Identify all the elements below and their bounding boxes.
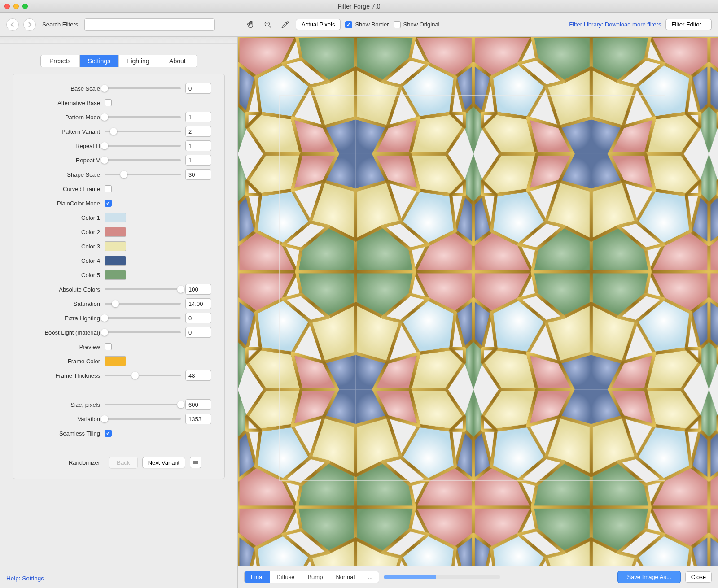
label: Base Scale xyxy=(20,85,105,92)
tab-about[interactable]: About xyxy=(158,55,197,67)
show-border-label: Show Border xyxy=(355,21,389,28)
show-original-label: Show Original xyxy=(403,21,440,28)
saturation-value[interactable]: 14.00 xyxy=(185,298,211,309)
nav-back-button[interactable] xyxy=(6,18,19,31)
absolute-colors-slider[interactable] xyxy=(105,288,181,290)
param-randomizer: Randomizer Back Next Variant xyxy=(20,455,217,470)
close-button[interactable]: Close xyxy=(685,571,712,583)
repeat-v-slider[interactable] xyxy=(105,159,181,161)
color-3-swatch[interactable] xyxy=(105,241,126,251)
tab-presets[interactable]: Presets xyxy=(41,55,80,67)
alternative-base-checkbox[interactable] xyxy=(105,99,112,106)
size-pixels-slider[interactable] xyxy=(105,404,181,405)
show-border-checkbox[interactable]: Show Border xyxy=(345,21,389,28)
pattern-mode-slider[interactable] xyxy=(105,116,181,118)
chevron-left-icon xyxy=(10,22,15,27)
filter-library-link[interactable]: Filter Library: Download more filters xyxy=(569,21,661,28)
label: Saturation xyxy=(20,301,105,307)
help-link[interactable]: Help: Settings xyxy=(6,575,44,582)
svg-line-1 xyxy=(269,26,271,27)
color-5-swatch[interactable] xyxy=(105,270,126,280)
saturation-slider[interactable] xyxy=(105,303,181,305)
repeat-h-slider[interactable] xyxy=(105,145,181,147)
pan-tool-button[interactable] xyxy=(245,18,257,31)
color-2-swatch[interactable] xyxy=(105,227,126,237)
search-label: Search Filters: xyxy=(42,21,80,28)
label: Frame Color xyxy=(20,358,105,365)
frame-color-swatch[interactable] xyxy=(105,356,126,366)
actual-pixels-button[interactable]: Actual Pixels xyxy=(296,19,341,30)
eyedropper-tool-button[interactable] xyxy=(279,18,291,31)
checkbox-icon xyxy=(394,21,401,28)
variation-value[interactable]: 1353 xyxy=(185,414,211,424)
pattern-variant-value[interactable]: 2 xyxy=(185,126,211,137)
base-scale-slider[interactable] xyxy=(105,87,181,89)
tab-lighting[interactable]: Lighting xyxy=(119,55,158,67)
param-boost-light: Boost Light (material) 0 xyxy=(20,325,217,340)
boost-light-slider[interactable] xyxy=(105,331,181,333)
eyedropper-icon xyxy=(280,20,289,29)
toolbar-right: Actual Pixels Show Border Show Original … xyxy=(238,13,718,36)
tab-bar: Presets Settings Lighting About xyxy=(40,55,197,67)
boost-light-value[interactable]: 0 xyxy=(185,327,211,338)
shape-scale-value[interactable]: 30 xyxy=(185,169,211,180)
color-4-swatch[interactable] xyxy=(105,256,126,266)
absolute-colors-value[interactable]: 100 xyxy=(185,284,211,295)
search-input[interactable] xyxy=(84,18,215,31)
filter-editor-button[interactable]: Filter Editor... xyxy=(665,19,712,30)
repeat-v-value[interactable]: 1 xyxy=(185,155,211,166)
color-1-swatch[interactable] xyxy=(105,213,126,222)
extra-lighting-value[interactable]: 0 xyxy=(185,313,211,323)
label: Size, pixels xyxy=(20,401,105,408)
plaincolor-mode-checkbox[interactable] xyxy=(105,200,112,207)
settings-frame: Base Scale 0 Alternative Base Pattern Mo… xyxy=(13,74,225,479)
seg-more[interactable]: ... xyxy=(361,571,379,583)
param-frame-thickness: Frame Thickness 48 xyxy=(20,368,217,383)
label: Pattern Mode xyxy=(20,114,105,121)
base-scale-value[interactable]: 0 xyxy=(185,83,211,94)
repeat-h-value[interactable]: 1 xyxy=(185,140,211,151)
nav-forward-button[interactable] xyxy=(23,18,36,31)
preview-checkbox[interactable] xyxy=(105,343,112,350)
zoom-tool-button[interactable] xyxy=(262,18,274,31)
label: Pattern Variant xyxy=(20,128,105,135)
label: Repeat V xyxy=(20,157,105,164)
randomizer-next-button[interactable]: Next Variant xyxy=(142,457,186,468)
seg-diffuse[interactable]: Diffuse xyxy=(270,571,301,583)
randomizer-back-button[interactable]: Back xyxy=(109,457,138,469)
pattern-mode-value[interactable]: 1 xyxy=(185,112,211,122)
curved-frame-checkbox[interactable] xyxy=(105,185,112,192)
toolbar-left: Search Filters: xyxy=(0,18,238,31)
right-panel: Final Diffuse Bump Normal ... Save Image… xyxy=(238,37,718,588)
label: Seamless Tiling xyxy=(20,430,105,437)
seamless-tiling-checkbox[interactable] xyxy=(105,430,112,437)
tab-settings[interactable]: Settings xyxy=(80,55,119,67)
save-image-button[interactable]: Save Image As... xyxy=(617,571,680,583)
preview-area[interactable] xyxy=(238,37,718,566)
size-pixels-value[interactable]: 600 xyxy=(185,399,211,410)
show-original-checkbox[interactable]: Show Original xyxy=(394,21,440,28)
label: Color 4 xyxy=(20,257,105,264)
param-repeat-h: Repeat H 1 xyxy=(20,139,217,153)
seg-normal[interactable]: Normal xyxy=(329,571,361,583)
param-saturation: Saturation 14.00 xyxy=(20,296,217,311)
param-variation: Variation 1353 xyxy=(20,412,217,426)
titlebar: Filter Forge 7.0 xyxy=(0,0,718,13)
seg-final[interactable]: Final xyxy=(245,571,270,583)
label: Frame Thickness xyxy=(20,372,105,379)
randomizer-menu-button[interactable] xyxy=(190,457,201,468)
label: Preview xyxy=(20,344,105,350)
variation-slider[interactable] xyxy=(105,418,181,420)
label: Shape Scale xyxy=(20,171,105,178)
extra-lighting-slider[interactable] xyxy=(105,317,181,319)
shape-scale-slider[interactable] xyxy=(105,174,181,175)
param-size-pixels: Size, pixels 600 xyxy=(20,397,217,412)
pattern-variant-slider[interactable] xyxy=(105,131,181,132)
frame-thickness-value[interactable]: 48 xyxy=(185,370,211,381)
toolbar: Search Filters: Actual Pixels Show Borde… xyxy=(0,13,718,37)
param-shape-scale: Shape Scale 30 xyxy=(20,167,217,182)
frame-thickness-slider[interactable] xyxy=(105,375,181,376)
label: Color 1 xyxy=(20,214,105,221)
seg-bump[interactable]: Bump xyxy=(301,571,329,583)
param-color-3: Color 3 xyxy=(20,239,217,253)
